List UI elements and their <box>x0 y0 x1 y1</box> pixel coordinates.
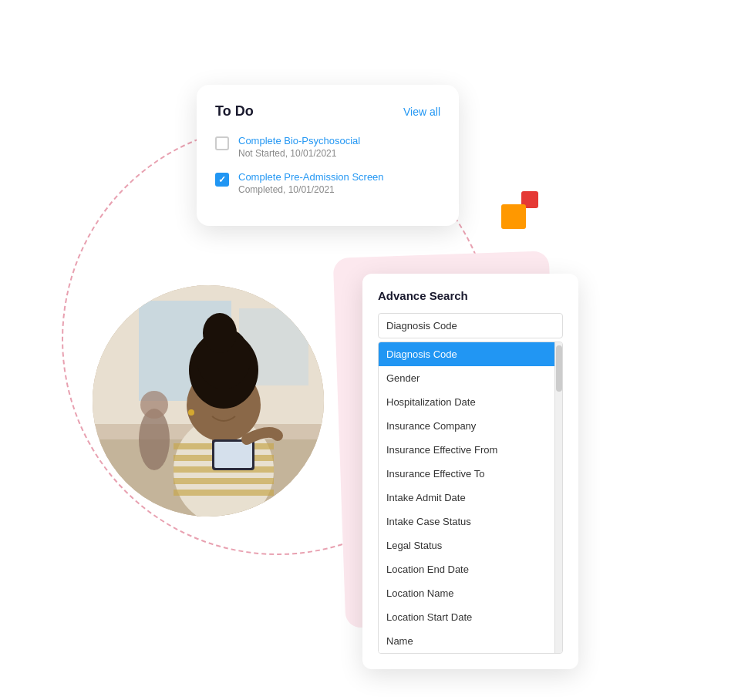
todo-item-subtitle-1: Not Started, 10/01/2021 <box>238 148 360 159</box>
dropdown-item[interactable]: Insurance Company <box>379 414 554 438</box>
search-input[interactable] <box>378 313 563 338</box>
svg-rect-22 <box>214 442 252 468</box>
todo-item-2: Complete Pre-Admission Screen Completed,… <box>215 171 440 195</box>
dropdown-items-container: Diagnosis CodeGenderHospitalization Date… <box>379 342 554 653</box>
dropdown-item[interactable]: Location Name <box>379 581 554 605</box>
checkbox-unchecked-1[interactable] <box>215 136 229 150</box>
dropdown-item[interactable]: Hospitalization Date <box>379 390 554 414</box>
todo-item-1: Complete Bio-Psychosocial Not Started, 1… <box>215 135 440 159</box>
advance-search-card: Advance Search Diagnosis CodeGenderHospi… <box>362 274 578 669</box>
dropdown-item[interactable]: Diagnosis Code <box>379 342 554 366</box>
svg-rect-11 <box>174 478 274 484</box>
todo-item-subtitle-2: Completed, 10/01/2021 <box>238 184 384 195</box>
checkbox-checked-2[interactable] <box>215 173 229 187</box>
dropdown-item[interactable]: Intake Case Status <box>379 510 554 533</box>
svg-point-18 <box>203 313 237 353</box>
scrollbar-thumb[interactable] <box>556 345 562 392</box>
todo-item-content-1: Complete Bio-Psychosocial Not Started, 1… <box>238 135 360 159</box>
orange-square-decoration <box>501 204 526 229</box>
person-image <box>93 285 324 517</box>
todo-header: To Do View all <box>215 103 440 119</box>
dropdown-item[interactable]: Intake Admit Date <box>379 486 554 510</box>
dropdown-item[interactable]: Gender <box>379 366 554 390</box>
dropdown-item[interactable]: Location Start Date <box>379 605 554 629</box>
dropdown-item[interactable]: Name <box>379 629 554 653</box>
dropdown-item[interactable]: Legal Status <box>379 533 554 557</box>
dropdown-list: Diagnosis CodeGenderHospitalization Date… <box>378 342 563 654</box>
dropdown-item[interactable]: Location End Date <box>379 557 554 581</box>
svg-point-20 <box>188 409 194 416</box>
view-all-link[interactable]: View all <box>403 106 440 118</box>
svg-point-6 <box>140 391 168 419</box>
todo-item-content-2: Complete Pre-Admission Screen Completed,… <box>238 171 384 195</box>
dropdown-scrollbar[interactable] <box>554 342 562 653</box>
dropdown-item[interactable]: Insurance Effective From <box>379 438 554 462</box>
todo-item-title-1[interactable]: Complete Bio-Psychosocial <box>238 135 360 146</box>
advance-search-title: Advance Search <box>378 289 563 302</box>
todo-card: To Do View all Complete Bio-Psychosocial… <box>197 85 459 226</box>
todo-title: To Do <box>215 103 254 119</box>
svg-rect-12 <box>174 490 274 496</box>
dropdown-item[interactable]: Insurance Effective To <box>379 462 554 486</box>
todo-item-title-2[interactable]: Complete Pre-Admission Screen <box>238 171 384 183</box>
